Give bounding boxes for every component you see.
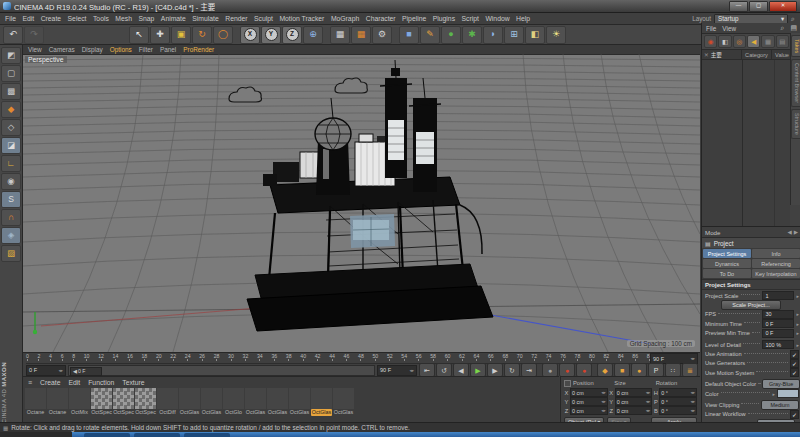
history-back-icon[interactable]: ◀ [788, 229, 792, 235]
take-solo-icon[interactable]: ◀ [747, 35, 760, 48]
range-end-field[interactable]: 90 F◂▸ [377, 365, 417, 376]
value-column-header[interactable]: Value [772, 52, 789, 58]
material-menu-item[interactable]: Create [40, 379, 60, 386]
record-parameter-icon[interactable]: P [648, 363, 664, 377]
material-menu-icon[interactable]: ≡ [28, 379, 32, 386]
timeline-options-icon[interactable]: ≣ [682, 363, 698, 377]
material-item[interactable]: OctSpec [135, 388, 156, 416]
viewport-menu-item[interactable]: Panel [160, 46, 176, 53]
live-selection-icon[interactable]: ↖ [129, 26, 149, 44]
render-to-picture-viewer-icon[interactable]: ▦ [351, 26, 371, 44]
titlebar[interactable]: CINEMA 4D R19.0.24 Studio (RC - R19) - [… [0, 0, 800, 13]
attribute-tab[interactable]: Project Settings [703, 249, 751, 258]
record-position-icon[interactable]: ◆ [597, 363, 613, 377]
viewport-solo-icon[interactable]: ◉ [1, 173, 21, 190]
rotate-icon[interactable]: ↻ [192, 26, 212, 44]
panel-menu-item[interactable]: File [706, 25, 716, 32]
viewport-menu-item[interactable]: Options [110, 46, 132, 53]
maximize-button[interactable]: ▢ [749, 1, 768, 12]
goto-end-icon[interactable]: ⇥ [521, 363, 537, 377]
timeline-slider-handle[interactable]: ◀0 F [70, 367, 102, 376]
menu-item[interactable]: Edit [22, 15, 34, 22]
play-backwards-icon[interactable]: ↺ [436, 363, 452, 377]
menu-item[interactable]: Simulate [192, 15, 218, 22]
viewport-menu-item[interactable]: View [28, 46, 42, 53]
autokeying-icon[interactable]: ● [559, 363, 575, 377]
material-item[interactable]: OctGlas [201, 388, 222, 416]
attribute-tab[interactable]: To Do [703, 269, 751, 278]
menu-item[interactable]: Motion Tracker [279, 15, 324, 22]
color-swatch[interactable] [777, 389, 799, 398]
material-item[interactable]: OctGlas [179, 388, 200, 416]
record-keyframe-icon[interactable]: ● [542, 363, 558, 377]
snap-icon[interactable]: S [1, 191, 21, 208]
move-icon[interactable]: ✚ [150, 26, 170, 44]
checkbox[interactable]: ✓ [790, 410, 799, 419]
material-menu-item[interactable]: Edit [69, 379, 81, 386]
menu-item[interactable]: Mesh [115, 15, 132, 22]
undo-icon[interactable]: ↶ [3, 26, 23, 44]
dropdown[interactable]: Medium [761, 400, 799, 410]
viewport-menu-item[interactable]: Cameras [49, 46, 75, 53]
environment-icon[interactable]: ⊞ [504, 26, 524, 44]
size-field[interactable]: 0 cm◂▸ [615, 388, 653, 397]
take-camera-icon[interactable]: ◧ [718, 35, 731, 48]
layout-select[interactable]: Startup▾ [714, 14, 788, 24]
override-list[interactable] [743, 60, 790, 226]
light-icon[interactable]: ☀ [546, 26, 566, 44]
play-forwards-icon[interactable]: ▶ [470, 363, 486, 377]
primitive-cube-icon[interactable]: ■ [399, 26, 419, 44]
take-manager-body[interactable] [702, 60, 790, 226]
category-column-header[interactable]: Category [742, 50, 772, 59]
points-mode-icon[interactable]: ◆ [1, 101, 21, 118]
material-item[interactable]: OctGlas [267, 388, 288, 416]
x-axis-lock-icon[interactable]: X [240, 26, 260, 44]
viewport-menu-item[interactable]: Filter [139, 46, 153, 53]
rotation-field[interactable]: 0 °◂▸ [659, 397, 697, 406]
prev-frame-icon[interactable]: ◀ [453, 363, 469, 377]
menu-item[interactable]: Render [225, 15, 247, 22]
workplane-icon[interactable]: ◈ [1, 227, 21, 244]
quantize-icon[interactable]: ∩ [1, 209, 21, 226]
menu-item[interactable]: Window [485, 15, 509, 22]
material-item[interactable]: OctMix [69, 388, 90, 416]
enable-axis-icon[interactable]: ∟ [1, 155, 21, 172]
menu-item[interactable]: Help [516, 15, 530, 22]
material-item[interactable]: OctSpec [113, 388, 134, 416]
scale-icon[interactable]: ▣ [171, 26, 191, 44]
take-settings-icon[interactable]: ▤ [776, 35, 789, 48]
camera-icon[interactable]: ◧ [525, 26, 545, 44]
rotation-field[interactable]: 0 °◂▸ [659, 406, 697, 415]
menu-item[interactable]: Create [41, 15, 61, 22]
viewport-menu-item[interactable]: ProRender [183, 46, 214, 53]
material-item[interactable]: OctGlo [223, 388, 244, 416]
history-forward-icon[interactable]: ▶ [794, 229, 798, 235]
workplane-lock-icon[interactable]: ▨ [1, 245, 21, 262]
goto-start-icon[interactable]: ⇤ [419, 363, 435, 377]
coords-lock-icon[interactable] [564, 380, 571, 387]
windows-taskbar[interactable] [0, 432, 800, 437]
menu-item[interactable]: Script [462, 15, 479, 22]
record-scale-icon[interactable]: ■ [614, 363, 630, 377]
take-record-icon[interactable]: ◉ [704, 35, 717, 48]
minimize-button[interactable]: — [729, 1, 748, 12]
material-item[interactable]: OctSpec [91, 388, 112, 416]
mograph-icon[interactable]: ✱ [462, 26, 482, 44]
edges-mode-icon[interactable]: ◇ [1, 119, 21, 136]
scale-project-button[interactable]: Scale Project... [721, 300, 781, 310]
y-axis-lock-icon[interactable]: Y [261, 26, 281, 44]
record-pla-icon[interactable]: ∷ [665, 363, 681, 377]
viewport-menu-item[interactable]: Display [82, 46, 103, 53]
menu-item[interactable]: File [5, 15, 16, 22]
model-mode-icon[interactable]: ▢ [1, 65, 21, 82]
rotation-field[interactable]: 0 °◂▸ [659, 388, 697, 397]
position-field[interactable]: 0 cm◂▸ [570, 388, 608, 397]
dropdown[interactable]: Gray-Blue [762, 379, 800, 389]
z-axis-lock-icon[interactable]: Z [282, 26, 302, 44]
search-icon[interactable]: ⌕ [780, 24, 784, 32]
search-icon[interactable]: ⌕ [791, 15, 795, 23]
current-frame-field[interactable]: 0 F◂▸ [26, 365, 66, 376]
polygons-mode-icon[interactable]: ◪ [1, 137, 21, 154]
material-item[interactable]: OctGlas [289, 388, 310, 416]
material-item[interactable]: OctGlas [311, 388, 332, 416]
